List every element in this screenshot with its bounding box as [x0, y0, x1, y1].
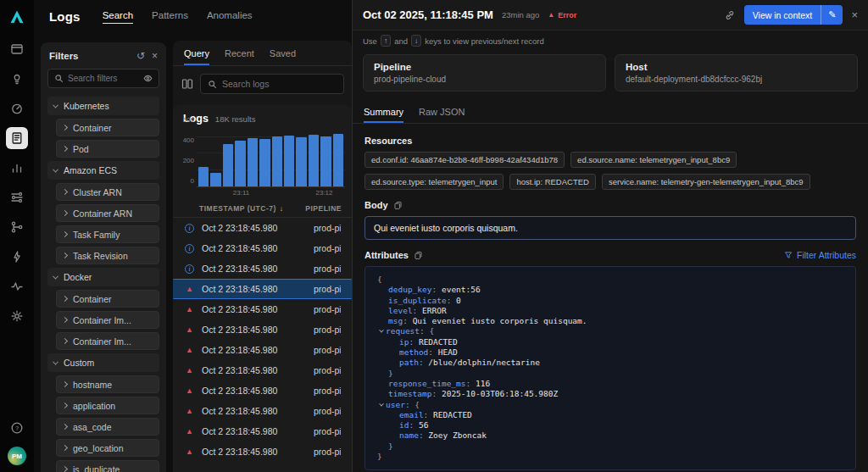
filter-item-hostname[interactable]: hostname: [56, 375, 159, 393]
filter-item-task-revision[interactable]: Task Revision: [56, 247, 159, 264]
filter-item-application[interactable]: application: [56, 397, 159, 414]
pipelines-icon[interactable]: [6, 186, 28, 208]
log-row[interactable]: ▲Oct 2 23:18:45.980prod-pipeline-cloud: [173, 380, 352, 401]
pipeline-column-header[interactable]: PIPELINE: [305, 204, 342, 213]
log-row[interactable]: ▲Oct 2 23:18:45.980prod-pipeline-cloud: [173, 360, 352, 380]
log-row[interactable]: ▲Oct 2 23:18:45.980prod-pipeline-cloud: [173, 401, 352, 421]
timestamp-column-header[interactable]: TIMESTAMP (UTC-7)↓: [199, 204, 300, 213]
results-count: 18K results: [215, 114, 256, 124]
dashboards-icon[interactable]: [6, 97, 28, 119]
filter-item-is-duplicate[interactable]: is_duplicate: [56, 460, 159, 472]
resource-chip[interactable]: ed.source.type: telemetrygen_input: [364, 174, 504, 190]
log-row[interactable]: ▲Oct 2 23:18:45.980prod-pipeline-cloud: [173, 441, 352, 462]
y-tick-label: 600: [183, 116, 194, 124]
copy-attributes-icon[interactable]: [414, 251, 423, 260]
filter-item-container-arn[interactable]: Container ARN: [56, 204, 159, 222]
filter-attributes-button[interactable]: Filter Attributes: [784, 250, 856, 260]
log-row[interactable]: ▲Oct 2 23:18:45.980prod-pipeline-cloud: [173, 421, 352, 441]
topnav: SearchPatternsAnomalies: [103, 10, 253, 24]
chevron-right-icon: [62, 125, 68, 130]
edge-delta-logo[interactable]: [7, 7, 27, 27]
copy-body-icon[interactable]: [393, 201, 403, 210]
filter-group-kubernetes[interactable]: Kubernetes: [47, 97, 159, 115]
histogram-bar[interactable]: [248, 138, 258, 186]
collapse-icon[interactable]: [379, 328, 384, 333]
events-icon[interactable]: [6, 246, 28, 268]
topnav-search[interactable]: Search: [103, 10, 133, 24]
chevron-right-icon: [62, 424, 68, 430]
histogram-bar[interactable]: [296, 137, 306, 186]
histogram-bar[interactable]: [235, 141, 245, 186]
histogram-bar[interactable]: [259, 139, 270, 186]
log-row[interactable]: iOct 2 23:18:45.980prod-pipeline-cloud: [173, 238, 352, 258]
resource-chip[interactable]: ed.source.name: telemetrygen_input_8bc9: [570, 152, 737, 168]
histogram-bar[interactable]: [284, 136, 294, 186]
resource-chip[interactable]: host.ip: REDACTED: [509, 174, 596, 190]
filters-search-input[interactable]: [68, 74, 139, 83]
filters-search[interactable]: [47, 69, 159, 88]
view-in-context-button[interactable]: View in context ✎: [744, 5, 843, 25]
copy-link-icon[interactable]: [724, 9, 736, 21]
logs-search[interactable]: [200, 74, 344, 94]
user-avatar[interactable]: PM: [8, 447, 26, 465]
tab-saved[interactable]: Saved: [270, 41, 296, 65]
filter-item-cluster-arn[interactable]: Cluster ARN: [56, 183, 159, 201]
topnav-patterns[interactable]: Patterns: [152, 10, 188, 24]
filter-item-container-im[interactable]: Container Im...: [56, 311, 159, 329]
collapse-icon[interactable]: [379, 401, 384, 406]
resource-chip[interactable]: ed.conf.id: 46aa874e-b2b8-46ff-b998-42af…: [364, 152, 565, 168]
filter-item-pod[interactable]: Pod: [56, 140, 159, 158]
edit-icon[interactable]: ✎: [821, 9, 843, 20]
filter-group-amazon-ecs[interactable]: Amazon ECS: [47, 161, 159, 180]
resource-chip[interactable]: service.name: telemetry-gen-telemetrygen…: [602, 174, 810, 190]
traces-icon[interactable]: [6, 275, 28, 297]
histogram-bar[interactable]: [272, 136, 282, 186]
tab-recent[interactable]: Recent: [225, 41, 254, 65]
reset-filters-icon[interactable]: ↺: [136, 51, 145, 61]
histogram-bar[interactable]: [223, 144, 233, 186]
log-row[interactable]: ▲Oct 2 23:18:45.980prod-pipeline-cloud: [173, 340, 352, 360]
detail-card-host[interactable]: Hostdefault-deployment-db8dcfccc-962bj: [615, 54, 858, 92]
attributes-json-viewer[interactable]: {dedup_key: event:56is_duplicate: 0level…: [364, 266, 856, 470]
insights-icon[interactable]: [6, 68, 28, 90]
close-icon[interactable]: ×: [851, 8, 858, 21]
layout-columns-icon[interactable]: [181, 78, 193, 90]
log-body-value[interactable]: Qui eveniet iusto corporis quisquam.: [364, 216, 856, 240]
detail-tab-raw-json[interactable]: Raw JSON: [419, 100, 465, 123]
topnav-anomalies[interactable]: Anomalies: [207, 10, 253, 24]
help-icon[interactable]: ?: [6, 417, 28, 439]
overview-icon[interactable]: [6, 38, 28, 60]
attribute-line: }: [377, 369, 843, 379]
close-filters-icon[interactable]: ×: [152, 51, 158, 61]
filter-group-custom[interactable]: Custom: [47, 353, 159, 372]
log-row[interactable]: ▲Oct 2 23:18:45.980prod-pipeline-cloud: [173, 319, 352, 340]
filter-group-docker[interactable]: Docker: [47, 268, 159, 286]
log-row[interactable]: ▲Oct 2 23:18:45.980prod-pipeline-cloud: [173, 279, 352, 299]
eye-icon[interactable]: [143, 74, 153, 83]
filter-item-task-family[interactable]: Task Family: [56, 225, 159, 243]
histogram-bar[interactable]: [309, 135, 319, 186]
filter-item-container[interactable]: Container: [56, 290, 159, 308]
metrics-icon[interactable]: [6, 157, 28, 179]
error-icon: ▲: [184, 386, 195, 395]
detail-tab-summary[interactable]: Summary: [364, 100, 403, 123]
histogram-bar[interactable]: [210, 173, 220, 186]
log-row[interactable]: iOct 2 23:18:45.980prod-pipeline-cloud: [173, 218, 352, 238]
logs-icon[interactable]: [6, 127, 28, 149]
filter-item-asa-code[interactable]: asa_code: [56, 418, 159, 436]
logs-search-input[interactable]: [222, 79, 337, 89]
histogram-bar[interactable]: [333, 134, 343, 186]
filter-item-container-im[interactable]: Container Im...: [56, 332, 159, 350]
filter-item-geo-location[interactable]: geo_location: [56, 439, 159, 457]
chart-bars: [198, 133, 343, 186]
histogram-bar[interactable]: [198, 167, 209, 186]
log-row[interactable]: ▲Oct 2 23:18:45.980prod-pipeline-cloud: [173, 299, 352, 319]
tab-query[interactable]: Query: [184, 41, 209, 65]
filter-item-container[interactable]: Container: [56, 119, 159, 136]
histogram-bar[interactable]: [320, 136, 331, 186]
log-row[interactable]: iOct 2 23:18:45.980prod-pipeline-cloud: [173, 258, 352, 279]
chevron-right-icon: [62, 296, 68, 302]
settings-icon[interactable]: [6, 305, 28, 327]
service-map-icon[interactable]: [6, 216, 28, 238]
detail-card-pipeline[interactable]: Pipelineprod-pipeline-cloud: [363, 54, 606, 92]
